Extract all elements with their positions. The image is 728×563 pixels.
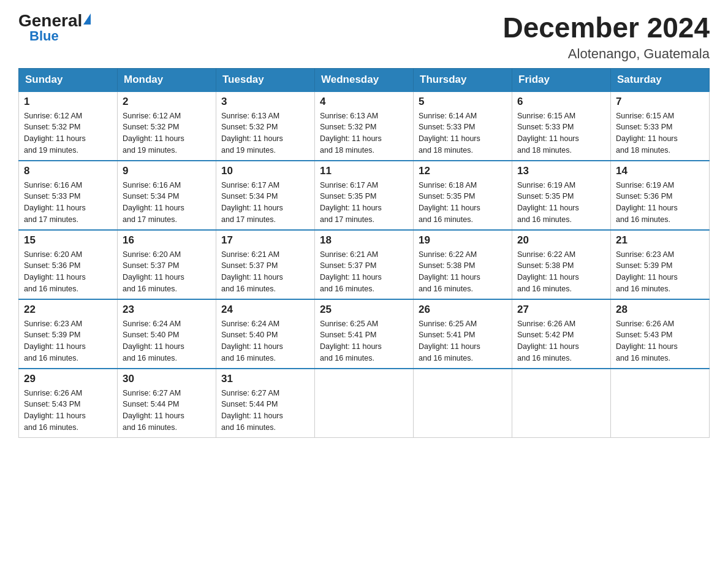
calendar-cell: 6Sunrise: 6:15 AMSunset: 5:33 PMDaylight… bbox=[512, 91, 611, 161]
day-info: Sunrise: 6:22 AMSunset: 5:38 PMDaylight:… bbox=[517, 249, 605, 295]
day-number: 17 bbox=[221, 234, 309, 247]
calendar-cell: 15Sunrise: 6:20 AMSunset: 5:36 PMDayligh… bbox=[19, 230, 118, 299]
day-number: 18 bbox=[320, 234, 408, 247]
day-info: Sunrise: 6:20 AMSunset: 5:37 PMDaylight:… bbox=[123, 249, 211, 295]
day-number: 21 bbox=[616, 234, 704, 247]
calendar-table: SundayMondayTuesdayWednesdayThursdayFrid… bbox=[18, 68, 710, 438]
calendar-cell: 30Sunrise: 6:27 AMSunset: 5:44 PMDayligh… bbox=[118, 369, 216, 438]
calendar-cell: 9Sunrise: 6:16 AMSunset: 5:34 PMDaylight… bbox=[118, 161, 216, 230]
day-number: 26 bbox=[419, 304, 507, 316]
calendar-cell: 1Sunrise: 6:12 AMSunset: 5:32 PMDaylight… bbox=[19, 91, 118, 161]
day-number: 11 bbox=[320, 165, 408, 177]
day-info: Sunrise: 6:21 AMSunset: 5:37 PMDaylight:… bbox=[221, 249, 309, 295]
day-number: 5 bbox=[419, 96, 507, 108]
calendar-cell: 4Sunrise: 6:13 AMSunset: 5:32 PMDaylight… bbox=[315, 91, 414, 161]
day-info: Sunrise: 6:12 AMSunset: 5:32 PMDaylight:… bbox=[123, 110, 211, 156]
calendar-cell: 5Sunrise: 6:14 AMSunset: 5:33 PMDaylight… bbox=[414, 91, 512, 161]
calendar-cell: 14Sunrise: 6:19 AMSunset: 5:36 PMDayligh… bbox=[611, 161, 710, 230]
day-info: Sunrise: 6:19 AMSunset: 5:35 PMDaylight:… bbox=[517, 180, 605, 226]
day-info: Sunrise: 6:23 AMSunset: 5:39 PMDaylight:… bbox=[616, 249, 704, 295]
calendar-cell: 12Sunrise: 6:18 AMSunset: 5:35 PMDayligh… bbox=[414, 161, 512, 230]
calendar-cell: 18Sunrise: 6:21 AMSunset: 5:37 PMDayligh… bbox=[315, 230, 414, 299]
day-number: 13 bbox=[517, 165, 605, 177]
location-subtitle: Alotenango, Guatemala bbox=[502, 46, 710, 62]
calendar-cell: 25Sunrise: 6:25 AMSunset: 5:41 PMDayligh… bbox=[315, 299, 414, 369]
calendar-cell: 8Sunrise: 6:16 AMSunset: 5:33 PMDaylight… bbox=[19, 161, 118, 230]
day-number: 24 bbox=[221, 304, 309, 316]
day-info: Sunrise: 6:26 AMSunset: 5:42 PMDaylight:… bbox=[517, 318, 605, 364]
calendar-week-row-5: 29Sunrise: 6:26 AMSunset: 5:43 PMDayligh… bbox=[19, 369, 710, 438]
calendar-header-monday: Monday bbox=[118, 68, 216, 91]
calendar-week-row-2: 8Sunrise: 6:16 AMSunset: 5:33 PMDaylight… bbox=[19, 161, 710, 230]
day-info: Sunrise: 6:21 AMSunset: 5:37 PMDaylight:… bbox=[320, 249, 408, 295]
day-number: 22 bbox=[24, 304, 112, 316]
day-info: Sunrise: 6:23 AMSunset: 5:39 PMDaylight:… bbox=[24, 318, 112, 364]
day-info: Sunrise: 6:26 AMSunset: 5:43 PMDaylight:… bbox=[24, 388, 112, 434]
calendar-cell: 13Sunrise: 6:19 AMSunset: 5:35 PMDayligh… bbox=[512, 161, 611, 230]
day-info: Sunrise: 6:15 AMSunset: 5:33 PMDaylight:… bbox=[616, 110, 704, 156]
calendar-cell: 11Sunrise: 6:17 AMSunset: 5:35 PMDayligh… bbox=[315, 161, 414, 230]
day-number: 31 bbox=[221, 373, 309, 385]
day-number: 1 bbox=[24, 96, 112, 108]
day-number: 12 bbox=[419, 165, 507, 177]
calendar-header-thursday: Thursday bbox=[414, 68, 512, 91]
day-number: 10 bbox=[221, 165, 309, 177]
calendar-cell bbox=[414, 369, 512, 438]
calendar-cell: 22Sunrise: 6:23 AMSunset: 5:39 PMDayligh… bbox=[19, 299, 118, 369]
day-number: 25 bbox=[320, 304, 408, 316]
day-info: Sunrise: 6:19 AMSunset: 5:36 PMDaylight:… bbox=[616, 180, 704, 226]
calendar-header-row: SundayMondayTuesdayWednesdayThursdayFrid… bbox=[19, 68, 710, 91]
day-number: 15 bbox=[24, 234, 112, 247]
calendar-week-row-4: 22Sunrise: 6:23 AMSunset: 5:39 PMDayligh… bbox=[19, 299, 710, 369]
calendar-cell: 19Sunrise: 6:22 AMSunset: 5:38 PMDayligh… bbox=[414, 230, 512, 299]
calendar-cell: 29Sunrise: 6:26 AMSunset: 5:43 PMDayligh… bbox=[19, 369, 118, 438]
day-info: Sunrise: 6:25 AMSunset: 5:41 PMDaylight:… bbox=[320, 318, 408, 364]
day-number: 2 bbox=[123, 96, 211, 108]
day-info: Sunrise: 6:14 AMSunset: 5:33 PMDaylight:… bbox=[419, 110, 507, 156]
calendar-week-row-3: 15Sunrise: 6:20 AMSunset: 5:36 PMDayligh… bbox=[19, 230, 710, 299]
calendar-cell: 16Sunrise: 6:20 AMSunset: 5:37 PMDayligh… bbox=[118, 230, 216, 299]
calendar-cell bbox=[512, 369, 611, 438]
day-number: 14 bbox=[616, 165, 704, 177]
day-info: Sunrise: 6:27 AMSunset: 5:44 PMDaylight:… bbox=[123, 388, 211, 434]
day-number: 9 bbox=[123, 165, 211, 177]
calendar-week-row-1: 1Sunrise: 6:12 AMSunset: 5:32 PMDaylight… bbox=[19, 91, 710, 161]
calendar-cell: 23Sunrise: 6:24 AMSunset: 5:40 PMDayligh… bbox=[118, 299, 216, 369]
month-year-title: December 2024 bbox=[502, 12, 710, 44]
day-info: Sunrise: 6:13 AMSunset: 5:32 PMDaylight:… bbox=[320, 110, 408, 156]
day-number: 23 bbox=[123, 304, 211, 316]
day-info: Sunrise: 6:16 AMSunset: 5:34 PMDaylight:… bbox=[123, 180, 211, 226]
title-block: December 2024 Alotenango, Guatemala bbox=[502, 12, 710, 62]
day-number: 6 bbox=[517, 96, 605, 108]
day-info: Sunrise: 6:18 AMSunset: 5:35 PMDaylight:… bbox=[419, 180, 507, 226]
day-info: Sunrise: 6:12 AMSunset: 5:32 PMDaylight:… bbox=[24, 110, 112, 156]
day-info: Sunrise: 6:16 AMSunset: 5:33 PMDaylight:… bbox=[24, 180, 112, 226]
calendar-cell: 3Sunrise: 6:13 AMSunset: 5:32 PMDaylight… bbox=[216, 91, 315, 161]
day-number: 19 bbox=[419, 234, 507, 247]
day-number: 20 bbox=[517, 234, 605, 247]
day-number: 30 bbox=[123, 373, 211, 385]
calendar-cell: 17Sunrise: 6:21 AMSunset: 5:37 PMDayligh… bbox=[216, 230, 315, 299]
calendar-header-wednesday: Wednesday bbox=[315, 68, 414, 91]
day-info: Sunrise: 6:20 AMSunset: 5:36 PMDaylight:… bbox=[24, 249, 112, 295]
day-info: Sunrise: 6:17 AMSunset: 5:35 PMDaylight:… bbox=[320, 180, 408, 226]
calendar-header-sunday: Sunday bbox=[19, 68, 118, 91]
calendar-cell: 28Sunrise: 6:26 AMSunset: 5:43 PMDayligh… bbox=[611, 299, 710, 369]
calendar-header-saturday: Saturday bbox=[611, 68, 710, 91]
calendar-cell bbox=[315, 369, 414, 438]
calendar-cell bbox=[611, 369, 710, 438]
calendar-cell: 10Sunrise: 6:17 AMSunset: 5:34 PMDayligh… bbox=[216, 161, 315, 230]
day-info: Sunrise: 6:27 AMSunset: 5:44 PMDaylight:… bbox=[221, 388, 309, 434]
calendar-header-friday: Friday bbox=[512, 68, 611, 91]
page-header: General Blue December 2024 Alotenango, G… bbox=[18, 12, 710, 62]
calendar-cell: 7Sunrise: 6:15 AMSunset: 5:33 PMDaylight… bbox=[611, 91, 710, 161]
logo-triangle-icon bbox=[83, 13, 91, 25]
day-number: 3 bbox=[221, 96, 309, 108]
day-info: Sunrise: 6:26 AMSunset: 5:43 PMDaylight:… bbox=[616, 318, 704, 364]
day-info: Sunrise: 6:24 AMSunset: 5:40 PMDaylight:… bbox=[123, 318, 211, 364]
calendar-cell: 26Sunrise: 6:25 AMSunset: 5:41 PMDayligh… bbox=[414, 299, 512, 369]
day-number: 7 bbox=[616, 96, 704, 108]
calendar-cell: 24Sunrise: 6:24 AMSunset: 5:40 PMDayligh… bbox=[216, 299, 315, 369]
day-number: 16 bbox=[123, 234, 211, 247]
day-info: Sunrise: 6:22 AMSunset: 5:38 PMDaylight:… bbox=[419, 249, 507, 295]
